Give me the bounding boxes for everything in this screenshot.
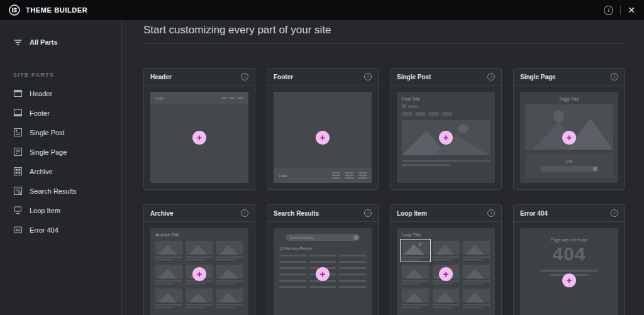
info-icon[interactable]: i — [611, 209, 618, 217]
topbar-divider — [620, 6, 621, 15]
skeleton-result-row — [279, 255, 366, 257]
info-icon[interactable]: i — [487, 73, 495, 80]
app-title: THEME BUILDER — [26, 6, 87, 14]
sidebar-item-header[interactable]: Header — [0, 84, 121, 103]
site-parts-section-label: SITE PARTS — [13, 72, 108, 78]
skeleton-post-title: Post Title — [402, 97, 490, 101]
card-head: Error 404 i — [514, 205, 625, 222]
add-header-button[interactable]: + — [192, 131, 206, 145]
add-single-post-button[interactable]: + — [439, 131, 453, 145]
single-post-icon — [13, 128, 23, 137]
card-footer-preview: Logo + — [274, 92, 372, 183]
skeleton-404-code: 404 — [552, 245, 586, 263]
add-single-page-button[interactable]: + — [562, 131, 576, 145]
skeleton-archive-title: Archive Title — [155, 233, 243, 237]
svg-text:404: 404 — [16, 229, 21, 232]
card-archive: Archive i Archive Title — [143, 204, 255, 315]
add-loop-item-button[interactable]: + — [439, 267, 453, 281]
sidebar-item-search-results[interactable]: Search Results — [0, 181, 121, 201]
sidebar-item-label: Single Page — [30, 148, 67, 156]
card-title: Single Post — [397, 74, 431, 80]
sidebar-item-archive[interactable]: Archive — [0, 162, 121, 181]
info-icon[interactable]: i — [487, 209, 495, 217]
skeleton-result-row — [279, 261, 366, 263]
sidebar-item-error-404[interactable]: 404 Error 404 — [0, 220, 121, 240]
card-single-post-preview: Post Title Author — [397, 92, 495, 183]
skeleton-search-bar: Search Anything — [286, 234, 360, 241]
skeleton-logo-label: Logo — [279, 174, 287, 177]
card-loop-item-preview: Loop Title + — [397, 228, 495, 315]
card-head: Archive i — [144, 205, 255, 222]
info-icon[interactable]: i — [611, 73, 618, 80]
footer-icon — [13, 108, 23, 118]
card-search-results: Search Results i Search Anything 12 Mach… — [267, 204, 379, 315]
close-icon[interactable]: ✕ — [628, 6, 635, 14]
card-title: Archive — [150, 210, 174, 217]
add-archive-button[interactable]: + — [192, 267, 206, 281]
card-header: Header i Logo + — [143, 68, 255, 190]
card-title: Header — [150, 74, 172, 80]
skeleton-cta-section: CTA — [525, 153, 613, 178]
elementor-logo-icon — [9, 4, 20, 16]
sidebar-item-label: Footer — [30, 109, 50, 117]
card-title: Footer — [274, 74, 293, 80]
add-footer-button[interactable]: + — [316, 131, 330, 145]
title-divider — [143, 43, 625, 44]
card-footer: Footer i Logo + — [267, 68, 379, 190]
card-head: Header i — [144, 69, 255, 86]
skeleton-loop-title: Loop Title — [402, 233, 490, 237]
sidebar-item-label: Single Post — [30, 129, 65, 136]
error-404-icon: 404 — [13, 225, 23, 235]
card-head: Single Post i — [391, 69, 501, 86]
card-title: Search Results — [274, 210, 319, 217]
card-search-results-preview: Search Anything 12 Maching Results + — [274, 228, 372, 315]
sidebar-item-label: Error 404 — [30, 226, 58, 234]
skeleton-results-count: 12 Maching Results — [279, 246, 366, 250]
card-head: Loop Item i — [391, 205, 501, 222]
skeleton-text-line — [540, 270, 598, 272]
skeleton-footer-bar: Logo — [274, 168, 372, 183]
header-icon — [13, 89, 23, 98]
loop-item-icon — [13, 206, 23, 215]
sidebar-item-label: Header — [30, 90, 52, 97]
page-title: Start customizing every part of your sit… — [143, 24, 625, 36]
skeleton-search-button — [353, 235, 358, 240]
card-title: Error 404 — [520, 210, 548, 217]
info-icon[interactable]: i — [241, 73, 248, 80]
skeleton-cta-label: CTA — [565, 160, 573, 163]
skeleton-text-lines — [402, 160, 490, 166]
sidebar-item-footer[interactable]: Footer — [0, 103, 121, 123]
add-error-404-button[interactable]: + — [562, 274, 576, 287]
card-head: Single Page i — [514, 69, 625, 86]
theme-builder-window: THEME BUILDER i ✕ All Parts SITE PARTS H… — [0, 0, 644, 315]
sidebar-item-single-page[interactable]: Single Page — [0, 142, 121, 162]
sidebar-item-label: Archive — [30, 168, 53, 175]
archive-icon — [13, 167, 23, 176]
site-parts-grid: Header i Logo + Footer i — [143, 68, 625, 315]
skeleton-header-bar: Logo — [150, 92, 248, 104]
add-search-results-button[interactable]: + — [316, 267, 330, 281]
skeleton-tag-pills — [402, 112, 490, 116]
card-head: Search Results i — [267, 205, 378, 222]
card-single-page-preview: Page Title CTA + — [520, 92, 618, 183]
avatar — [402, 104, 406, 108]
filter-icon — [13, 38, 23, 47]
sidebar-item-loop-item[interactable]: Loop Item — [0, 201, 121, 220]
sidebar-item-all-parts[interactable]: All Parts — [0, 31, 121, 53]
single-page-icon — [13, 147, 23, 157]
card-head: Footer i — [267, 69, 378, 86]
topbar: THEME BUILDER i ✕ — [0, 0, 644, 20]
sidebar: All Parts SITE PARTS Header Footer Singl… — [0, 20, 122, 315]
skeleton-loop-selected-item — [402, 241, 429, 260]
skeleton-page-title: Page Title — [525, 97, 613, 101]
card-title: Single Page — [520, 74, 556, 80]
sidebar-item-label: Loop Item — [30, 207, 60, 214]
info-icon[interactable]: i — [241, 209, 248, 217]
card-title: Loop Item — [397, 210, 427, 217]
card-single-page: Single Page i Page Title CTA + — [513, 68, 625, 190]
skeleton-not-found-message: Page was not found — [551, 238, 587, 242]
help-info-icon[interactable]: i — [604, 6, 613, 15]
sidebar-item-single-post[interactable]: Single Post — [0, 123, 121, 142]
info-icon[interactable]: i — [364, 73, 372, 80]
info-icon[interactable]: i — [364, 209, 372, 217]
